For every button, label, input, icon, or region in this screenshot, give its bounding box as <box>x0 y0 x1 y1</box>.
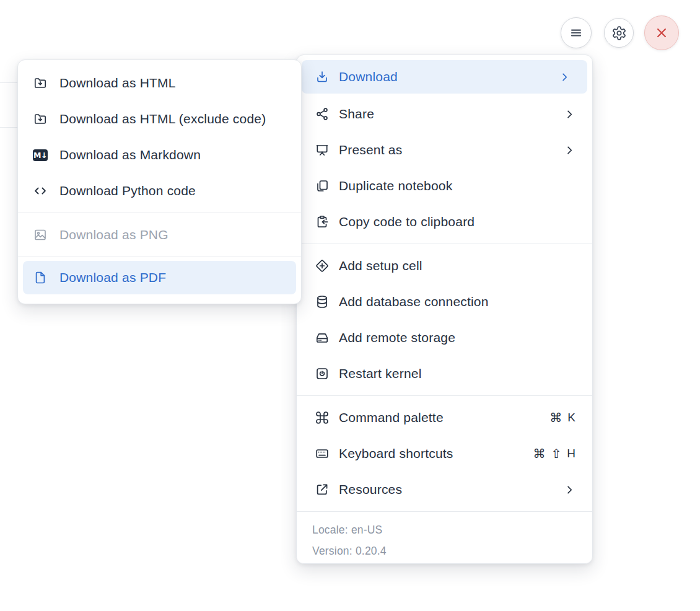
menu-item-label: Download as HTML <box>59 76 176 90</box>
menu-item-label: Share <box>339 107 374 121</box>
menu-footer: Locale: en-US Version: 0.20.4 <box>297 516 592 565</box>
menu-divider <box>297 244 592 244</box>
close-icon <box>654 25 670 41</box>
image-icon <box>33 227 48 242</box>
menu-item-label: Add database connection <box>339 294 489 309</box>
menu-item-label: Add setup cell <box>339 258 422 273</box>
menu-item-copy-code[interactable]: Copy code to clipboard <box>297 204 592 240</box>
shortcut-letter: K <box>567 411 575 424</box>
chevron-right-icon <box>564 144 575 156</box>
menu-item-label: Download <box>339 69 398 84</box>
external-link-icon <box>315 482 330 497</box>
gear-icon <box>611 25 627 41</box>
menu-item-present-as[interactable]: Present as <box>297 132 592 168</box>
clipboard-arrow-icon <box>315 214 330 229</box>
background-divider-line <box>0 82 18 83</box>
menu-item-command-palette[interactable]: Command palette ⌘ K <box>297 400 592 436</box>
duplicate-icon <box>315 178 330 193</box>
background-divider-line <box>0 127 18 128</box>
menu-item-label: Copy code to clipboard <box>339 214 475 229</box>
database-icon <box>315 294 330 309</box>
diamond-plus-icon <box>315 258 330 273</box>
chevron-right-icon <box>564 108 575 120</box>
file-icon <box>33 270 48 285</box>
folder-download-icon <box>33 76 48 90</box>
menu-item-restart-kernel[interactable]: Restart kernel <box>297 356 592 392</box>
command-icon <box>315 410 330 425</box>
chevron-right-icon <box>559 71 571 83</box>
submenu-item-download-html-exclude[interactable]: Download as HTML (exclude code) <box>18 101 301 137</box>
menu-divider <box>18 257 301 257</box>
menu-item-add-remote-storage[interactable]: Add remote storage <box>297 320 592 356</box>
submenu-item-download-pdf[interactable]: Download as PDF <box>23 261 296 294</box>
menu-item-label: Resources <box>339 482 402 497</box>
menu-item-label: Command palette <box>339 410 444 425</box>
menu-item-label: Download as HTML (exclude code) <box>59 112 266 126</box>
menu-item-label: Duplicate notebook <box>339 178 452 193</box>
menu-item-resources[interactable]: Resources <box>297 472 592 508</box>
locale-text: Locale: en-US <box>312 519 592 540</box>
hamburger-icon <box>569 25 584 40</box>
submenu-item-download-markdown[interactable]: M↓ Download as Markdown <box>18 137 301 173</box>
menu-item-keyboard-shortcuts[interactable]: Keyboard shortcuts ⌘ ⇧ H <box>297 436 592 472</box>
submenu-item-download-png[interactable]: Download as PNG <box>18 217 301 253</box>
share-icon <box>315 107 330 121</box>
menu-divider <box>18 213 301 213</box>
keyboard-icon <box>315 446 330 461</box>
menu-item-share[interactable]: Share <box>297 96 592 132</box>
version-text: Version: 0.20.4 <box>312 540 592 561</box>
download-icon <box>315 69 330 84</box>
menu-item-label: Download Python code <box>59 183 196 198</box>
menu-item-label: Present as <box>339 143 402 157</box>
power-square-icon <box>315 366 330 381</box>
code-icon <box>33 183 48 198</box>
menu-divider <box>297 511 592 512</box>
menu-item-duplicate-notebook[interactable]: Duplicate notebook <box>297 168 592 204</box>
markdown-icon: M↓ <box>33 147 48 162</box>
menu-item-label: Download as PDF <box>59 270 166 285</box>
menu-button[interactable] <box>561 17 592 48</box>
app-canvas: Download Share <box>0 0 700 611</box>
settings-button[interactable] <box>604 18 634 48</box>
menu-item-add-database[interactable]: Add database connection <box>297 284 592 320</box>
menu-item-add-setup-cell[interactable]: Add setup cell <box>297 248 592 284</box>
submenu-item-download-html[interactable]: Download as HTML <box>18 65 301 101</box>
menu-item-label: Download as Markdown <box>59 147 201 162</box>
menu-item-download[interactable]: Download <box>302 60 587 94</box>
shortcut-letter: H <box>567 447 575 460</box>
menu-item-label: Download as PNG <box>59 227 168 242</box>
shortcut-hint: ⌘ ⇧ H <box>533 446 576 461</box>
markdown-badge: M↓ <box>33 149 48 161</box>
command-key-glyph: ⌘ <box>533 446 546 461</box>
submenu-item-download-python[interactable]: Download Python code <box>18 173 301 209</box>
menu-divider <box>297 395 592 396</box>
shift-key-glyph: ⇧ <box>551 446 562 461</box>
menu-item-label: Keyboard shortcuts <box>339 446 453 461</box>
hard-drive-icon <box>315 330 330 345</box>
menu-item-label: Add remote storage <box>339 330 455 345</box>
notebook-menu: Download Share <box>296 55 593 564</box>
chevron-right-icon <box>564 484 575 496</box>
presentation-icon <box>315 143 330 157</box>
download-submenu: Download as HTML Download as HTML (exclu… <box>17 59 302 304</box>
folder-download-icon <box>33 112 48 126</box>
menu-item-label: Restart kernel <box>339 366 422 381</box>
close-button[interactable] <box>644 15 679 50</box>
shortcut-hint: ⌘ K <box>549 410 575 425</box>
command-key-glyph: ⌘ <box>549 410 562 425</box>
